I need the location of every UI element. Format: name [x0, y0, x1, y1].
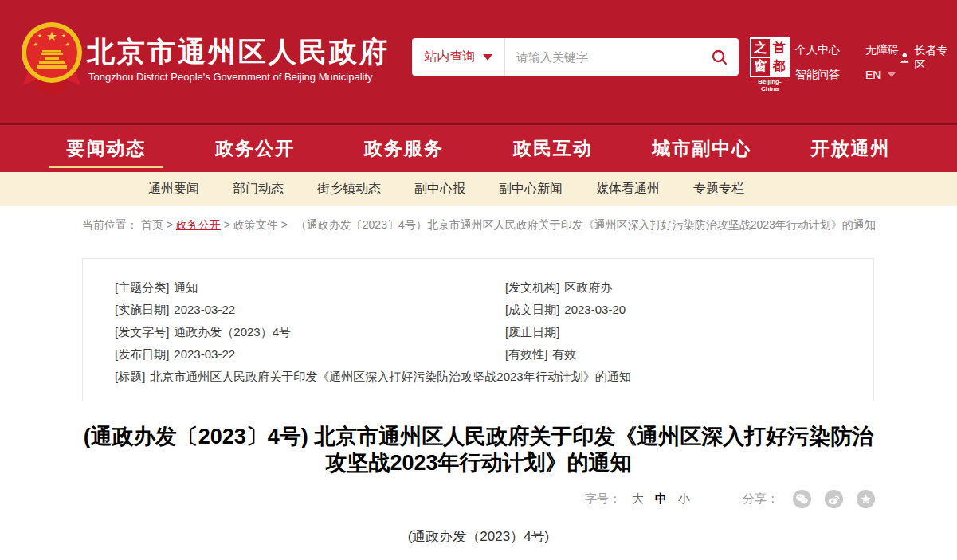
- subnav-item-media-view[interactable]: 媒体看通州: [596, 181, 660, 198]
- svg-text:★: ★: [61, 33, 66, 38]
- seal-grid: 之 首 窗 都: [750, 37, 790, 77]
- search-scope-dropdown[interactable]: 站内查询: [412, 38, 504, 76]
- breadcrumb-label: 当前位置：: [82, 218, 138, 231]
- seal-char: 之: [751, 39, 770, 57]
- meta-label: [发布日期]: [115, 347, 169, 361]
- breadcrumb-home-link[interactable]: 首页: [141, 218, 163, 231]
- language-switcher[interactable]: EN: [865, 68, 896, 82]
- seal-caption: Beijing-China: [750, 78, 790, 92]
- meta-written-date: [成文日期]2023-03-20: [505, 303, 849, 318]
- capital-window-seal[interactable]: 之 首 窗 都 Beijing-China: [750, 37, 790, 92]
- meta-value: 2023-03-22: [174, 303, 235, 316]
- meta-repeal-date: [废止日期]: [505, 325, 849, 340]
- seal-char: 首: [771, 39, 789, 57]
- magnifier-icon: [711, 49, 728, 66]
- breadcrumb-current-page: （通政办发〔2023〕4号）北京市通州区人民政府关于印发《通州区深入打好污染防治…: [296, 218, 876, 231]
- senior-zone-label: 长者专区: [914, 44, 957, 72]
- meta-label: [有效性]: [505, 347, 547, 361]
- share-weibo-button[interactable]: [825, 490, 843, 508]
- seal-char: 都: [771, 58, 789, 76]
- breadcrumb-separator: >: [167, 218, 173, 231]
- meta-value: 通知: [174, 280, 198, 294]
- svg-text:★: ★: [46, 29, 57, 43]
- breadcrumb-policy-files-link[interactable]: 政策文件: [233, 218, 278, 231]
- meta-value: 2023-03-22: [174, 347, 235, 361]
- breadcrumb: 当前位置： 首页 > 政务公开 > 政策文件 > （通政办发〔2023〕4号）北…: [82, 217, 957, 233]
- meta-label: [发文机构]: [505, 280, 559, 294]
- personal-center-link[interactable]: 个人中心: [795, 43, 845, 57]
- subnav-item-subcenter-news[interactable]: 副中心新闻: [499, 181, 563, 198]
- nav-item-subcenter[interactable]: 城市副中心: [627, 125, 776, 172]
- meta-label: [实施日期]: [115, 303, 169, 316]
- header-quick-links: 个人中心 无障碍 智能问答 EN: [795, 43, 899, 92]
- site-header: ★ ★ ★ ★ ★ 北京市通州区人民政府 Tongzhou District P…: [0, 0, 957, 123]
- accessibility-link[interactable]: 无障碍: [865, 43, 899, 57]
- svg-text:★: ★: [65, 41, 70, 47]
- meta-implementation-date: [实施日期]2023-03-22: [115, 303, 505, 318]
- subnav-item-tongzhou-news[interactable]: 通州要闻: [148, 181, 199, 198]
- font-size-large-button[interactable]: 大: [632, 491, 644, 507]
- meta-issuing-agency: [发文机构]区政府办: [505, 280, 849, 296]
- language-label: EN: [865, 69, 881, 81]
- document-meta-box: [主题分类]通知 [发文机构]区政府办 [实施日期]2023-03-22 [成文…: [82, 258, 874, 401]
- nav-item-gov-info[interactable]: 政务公开: [181, 125, 330, 172]
- seal-char: 窗: [751, 58, 770, 76]
- nav-item-news[interactable]: 要闻动态: [32, 125, 181, 172]
- meta-topic: [主题分类]通知: [115, 280, 505, 296]
- chevron-down-icon: [888, 72, 896, 77]
- svg-text:★: ★: [37, 33, 42, 38]
- share-wechat-button[interactable]: [793, 490, 811, 508]
- person-icon: [900, 53, 909, 64]
- chevron-down-icon: [483, 54, 492, 61]
- search-scope-label: 站内查询: [425, 49, 476, 65]
- sub-nav: 通州要闻 部门动态 街乡镇动态 副中心报 副中心新闻 媒体看通州 专题专栏: [0, 172, 957, 206]
- meta-label: [主题分类]: [115, 280, 169, 294]
- meta-label: [发文字号]: [115, 325, 169, 339]
- national-emblem-logo: ★ ★ ★ ★ ★: [21, 20, 83, 98]
- search-button[interactable]: [700, 38, 739, 76]
- nav-item-interaction[interactable]: 政民互动: [478, 125, 627, 172]
- senior-zone-link[interactable]: 长者专区: [900, 44, 957, 72]
- meta-value: 通政办发（2023）4号: [174, 325, 291, 339]
- svg-text:★: ★: [33, 41, 38, 47]
- breadcrumb-separator: >: [281, 218, 288, 231]
- qzone-star-icon: [860, 494, 872, 505]
- article-toolbar: 字号： 大 中 小 分享：: [0, 490, 875, 508]
- font-size-medium-button[interactable]: 中: [655, 491, 667, 507]
- meta-label: [标题]: [115, 370, 145, 383]
- meta-label: [成文日期]: [505, 303, 559, 316]
- meta-value: 区政府办: [564, 280, 612, 294]
- nav-item-gov-services[interactable]: 政务服务: [330, 125, 479, 172]
- meta-value: 北京市通州区人民政府关于印发《通州区深入打好污染防治攻坚战2023年行动计划》的…: [150, 370, 630, 383]
- article-title: (通政办发〔2023〕4号) 北京市通州区人民政府关于印发《通州区深入打好污染防…: [74, 424, 883, 476]
- subnav-item-subcenter-paper[interactable]: 副中心报: [414, 181, 465, 198]
- main-nav: 要闻动态 政务公开 政务服务 政民互动 城市副中心 开放通州: [0, 123, 957, 172]
- meta-validity: [有效性]有效: [505, 347, 849, 362]
- meta-publish-date: [发布日期]2023-03-22: [115, 347, 505, 362]
- meta-doc-number: [发文字号]通政办发（2023）4号: [115, 325, 505, 340]
- meta-title: [标题]北京市通州区人民政府关于印发《通州区深入打好污染防治攻坚战2023年行动…: [115, 370, 849, 385]
- subnav-item-township-news[interactable]: 街乡镇动态: [317, 181, 381, 198]
- breadcrumb-separator: >: [224, 218, 230, 231]
- search-box: 站内查询: [412, 38, 739, 76]
- subnav-item-special-topics[interactable]: 专题专栏: [693, 181, 744, 198]
- document-number-line: (通政办发（2023）4号): [0, 527, 957, 546]
- breadcrumb-gov-info-link[interactable]: 政务公开: [176, 218, 221, 231]
- site-subtitle: Tongzhou District People's Government of…: [88, 71, 373, 83]
- smart-qa-link[interactable]: 智能问答: [795, 68, 845, 82]
- font-size-label: 字号：: [585, 491, 621, 507]
- site-title: 北京市通州区人民政府: [87, 33, 390, 71]
- font-size-small-button[interactable]: 小: [678, 491, 690, 507]
- subnav-item-department-news[interactable]: 部门动态: [233, 181, 284, 198]
- wechat-icon: [796, 494, 808, 504]
- search-input[interactable]: [505, 38, 700, 76]
- meta-value: 有效: [552, 347, 576, 361]
- meta-label: [废止日期]: [505, 325, 559, 339]
- weibo-icon: [828, 494, 840, 505]
- meta-value: 2023-03-20: [564, 303, 626, 316]
- share-qzone-button[interactable]: [857, 490, 875, 508]
- share-label: 分享：: [743, 491, 779, 507]
- nav-item-open-tongzhou[interactable]: 开放通州: [776, 125, 925, 172]
